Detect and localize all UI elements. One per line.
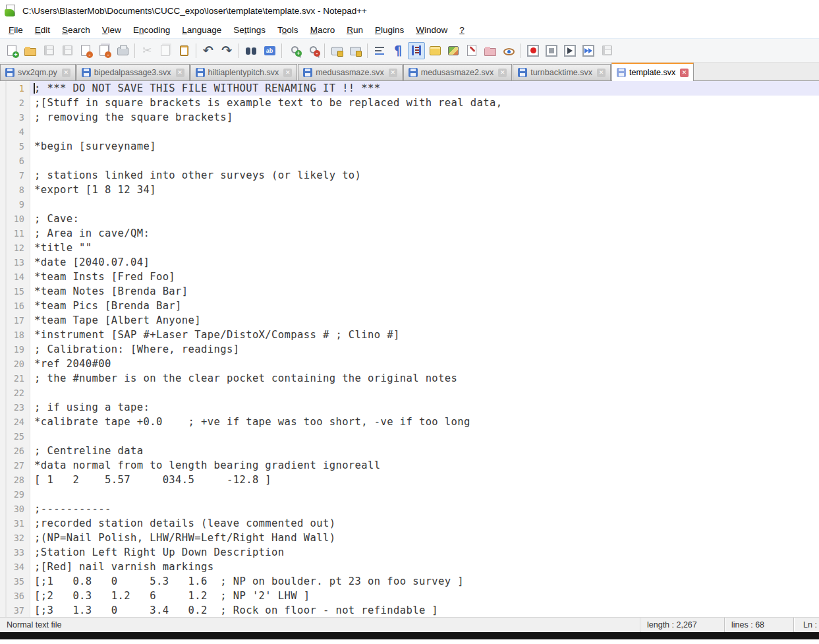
line-text[interactable]: [;3 1.3 0 3.4 0.2 ; Rock on floor - not … [30, 603, 819, 617]
menu-item-search[interactable]: Search [56, 23, 96, 37]
line-text[interactable]: ;(NP=Nail Polish, LHW/RHW=Left/Right Han… [30, 531, 819, 545]
toolbar-button-redo[interactable]: ↷ [218, 42, 235, 59]
menu-item-view[interactable]: View [96, 23, 127, 37]
toolbar-button-save-all[interactable] [59, 42, 76, 59]
line-number[interactable]: 33 [0, 545, 30, 560]
line-number[interactable]: 7 [0, 168, 30, 183]
toolbar-button-macro-record[interactable] [524, 42, 542, 59]
toolbar-button-show-all-characters[interactable]: ¶ [389, 42, 407, 59]
line-number[interactable]: 5 [0, 139, 30, 154]
line-number[interactable]: 20 [0, 357, 30, 371]
tab-close-icon[interactable]: ✕ [597, 69, 606, 77]
toolbar-button-copy[interactable] [157, 42, 174, 59]
line-text[interactable]: *team Notes [Brenda Bar] [30, 284, 819, 299]
line-number[interactable]: 1 [0, 81, 30, 96]
line-text[interactable]: *ref 2040#00 [30, 357, 819, 371]
line-text[interactable] [30, 197, 819, 212]
line-text[interactable]: ;[Red] nail varnish markings [30, 560, 819, 574]
line-text[interactable]: *calibrate tape +0.0 ; +ve if tape was t… [30, 415, 819, 429]
toolbar-button-close-all[interactable]: - [96, 42, 113, 59]
tab-close-icon[interactable]: ✕ [176, 69, 184, 77]
line-text[interactable]: *team Pics [Brenda Bar] [30, 299, 819, 313]
line-number[interactable]: 26 [0, 444, 30, 458]
line-text[interactable]: *data normal from to length bearing grad… [30, 458, 819, 473]
line-number[interactable]: 35 [0, 574, 30, 589]
line-text[interactable]: ; *** DO NOT SAVE THIS FILE WITHOUT RENA… [30, 81, 819, 96]
menu-item-run[interactable]: Run [341, 23, 369, 37]
line-number[interactable]: 9 [0, 197, 30, 212]
line-number[interactable]: 13 [0, 255, 30, 270]
tab-close-icon[interactable]: ✕ [498, 69, 507, 77]
line-number[interactable]: 27 [0, 458, 30, 473]
toolbar-button-open-file[interactable] [22, 42, 39, 59]
toolbar-button-sync-horizontal[interactable] [347, 42, 364, 59]
line-number[interactable]: 11 [0, 226, 30, 241]
toolbar-button-zoom-in[interactable]: + [285, 42, 302, 59]
line-number[interactable]: 18 [0, 328, 30, 342]
toolbar-button-new-file[interactable]: + [3, 42, 20, 59]
line-number[interactable]: 34 [0, 560, 30, 574]
toolbar-button-macro-run-multiple[interactable] [580, 42, 597, 59]
tab-medusasmaze2-svx[interactable]: medusasmaze2.svx✕ [403, 64, 512, 80]
tab-turnbacktime-svx[interactable]: turnbacktime.svx✕ [513, 64, 611, 80]
toolbar-button-function-list-panel[interactable] [463, 42, 480, 59]
line-text[interactable]: ; if using a tape: [30, 400, 819, 415]
toolbar-button-cut[interactable]: ✂ [138, 42, 155, 59]
menu-item-file[interactable]: File [3, 23, 29, 37]
line-number[interactable]: 8 [0, 183, 30, 197]
line-text[interactable]: *instrument [SAP #+Laser Tape/DistoX/Com… [30, 328, 819, 342]
toolbar-button-monitoring[interactable] [500, 42, 517, 59]
tab-template-svx[interactable]: template.svx✕ [611, 63, 694, 81]
menu-item-encoding[interactable]: Encoding [127, 23, 176, 37]
line-number[interactable]: 10 [0, 212, 30, 226]
tab-hiltiaplentypitch-svx[interactable]: hiltiaplentypitch.svx✕ [190, 64, 298, 80]
line-text[interactable]: *team Tape [Albert Anyone] [30, 313, 819, 328]
tab-close-icon[interactable]: ✕ [680, 69, 689, 77]
toolbar-button-print[interactable] [114, 42, 131, 59]
line-number[interactable]: 36 [0, 589, 30, 603]
line-text[interactable] [30, 154, 819, 168]
line-number[interactable]: 25 [0, 429, 30, 444]
toolbar-button-sync-vertical[interactable] [328, 42, 345, 59]
line-text[interactable]: *date [2040.07.04] [30, 255, 819, 270]
line-text[interactable]: *title "" [30, 241, 819, 255]
line-number[interactable]: 16 [0, 299, 30, 313]
line-text[interactable]: ; removing the square brackets] [30, 110, 819, 125]
line-text[interactable]: *begin [surveyname] [30, 139, 819, 154]
line-text[interactable]: ;Station Left Right Up Down Description [30, 545, 819, 560]
menu-item-plugins[interactable]: Plugins [369, 23, 410, 37]
menu-item-settings[interactable]: Settings [227, 23, 271, 37]
line-text[interactable]: ; Cave: [30, 212, 819, 226]
line-number[interactable]: 31 [0, 516, 30, 531]
toolbar-button-paste[interactable] [175, 42, 192, 59]
line-number[interactable]: 30 [0, 502, 30, 516]
line-text[interactable]: [ 1 2 5.57 034.5 -12.8 ] [30, 473, 819, 487]
line-text[interactable] [30, 125, 819, 139]
tab-close-icon[interactable]: ✕ [62, 69, 71, 77]
line-text[interactable]: ; Calibration: [Where, readings] [30, 342, 819, 357]
line-number[interactable]: 12 [0, 241, 30, 255]
menu-item-window[interactable]: Window [410, 23, 453, 37]
toolbar-button-find[interactable] [242, 42, 260, 59]
line-text[interactable]: ; stations linked into other surveys (or… [30, 168, 819, 183]
line-number[interactable]: 21 [0, 371, 30, 386]
menu-item-macro[interactable]: Macro [304, 23, 341, 37]
line-text[interactable]: ;[Stuff in square brackets is example te… [30, 96, 819, 110]
toolbar-button-save[interactable] [40, 42, 57, 59]
menu-item-tools[interactable]: Tools [271, 23, 304, 37]
toolbar-button-close[interactable]: - [77, 42, 94, 59]
toolbar-button-document-map[interactable] [445, 42, 462, 59]
line-number[interactable]: 15 [0, 284, 30, 299]
toolbar-button-word-wrap[interactable] [371, 42, 388, 59]
line-number[interactable]: 29 [0, 487, 30, 502]
line-number[interactable]: 22 [0, 386, 30, 400]
toolbar-button-macro-play[interactable] [561, 42, 579, 59]
toolbar-button-folder-as-workspace[interactable] [482, 42, 499, 59]
menu-item-edit[interactable]: Edit [29, 23, 56, 37]
toolbar-button-replace[interactable]: ab [261, 42, 278, 59]
line-number[interactable]: 6 [0, 154, 30, 168]
line-number[interactable]: 14 [0, 270, 30, 284]
tab-medusasmaze-svx[interactable]: medusasmaze.svx✕ [298, 64, 403, 80]
title-bar[interactable]: C:\Users\BlasterMob\Documents\CUCC_expo\… [0, 0, 819, 21]
toolbar-button-zoom-out[interactable]: - [304, 42, 321, 59]
